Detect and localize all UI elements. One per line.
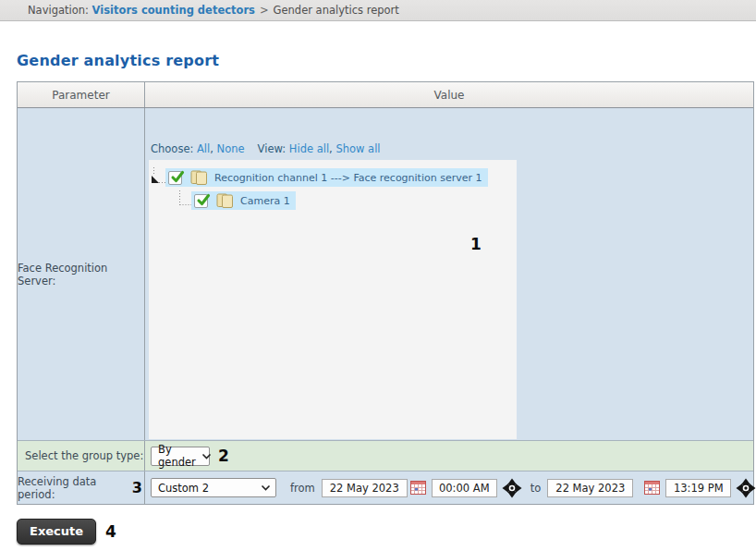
group-type-label: Select the group type: [18,441,145,471]
folder-icon [190,170,208,185]
tree-node-label[interactable]: Camera 1 [240,195,290,207]
breadcrumb-current: Gender analytics report [274,4,399,17]
calendar-icon[interactable] [644,481,660,495]
from-time-input[interactable] [432,479,497,497]
choose-all-link[interactable]: All [197,142,210,155]
annotation-4: 4 [105,522,116,541]
breadcrumb-link-visitors-counting[interactable]: Visitors counting detectors [92,4,255,17]
tree-node-camera: Camera 1 [177,190,517,211]
to-date-input[interactable] [547,479,633,497]
view-label: View: [258,142,287,155]
table-header-row: Parameter Value [18,82,753,108]
tree-node-label[interactable]: Recognition channel 1 ---> Face recognit… [214,172,482,184]
execute-row: Execute 4 [17,519,756,545]
row-server-label: Face Recognition Server: [18,108,145,440]
checkbox-checked-icon[interactable] [168,171,182,185]
tree-toolbar: Choose: All, NoneView: Hide all, Show al… [151,142,381,155]
checkbox-checked-icon[interactable] [194,194,208,208]
page-title: Gender analytics report [17,52,756,69]
folder-icon [216,193,234,208]
chevron-down-icon [261,484,271,491]
chevron-down-icon [201,453,212,459]
to-label: to [530,482,542,495]
period-preset-select[interactable]: Custom 2 [151,478,276,497]
compass-move-icon[interactable] [502,478,522,498]
hide-all-link[interactable]: Hide all [289,142,329,155]
compass-move-icon[interactable] [736,478,756,498]
annotation-1: 1 [470,235,482,253]
row-group-type: Select the group type: By gender 2 [18,441,753,471]
breadcrumb-separator: > [255,4,274,17]
from-label: from [290,482,315,495]
tree-node-recognition-channel: Recognition channel 1 ---> Face recognit… [151,167,517,188]
parameters-table: Parameter Value Face Recognition Server:… [17,81,754,505]
row-receiving-period: Receiving data period: 3 Custom 2 from [18,471,753,504]
tree-node-row[interactable]: Camera 1 [191,191,296,210]
to-time-input[interactable] [665,479,731,497]
period-label: Receiving data period: [18,475,129,501]
tree-node-row[interactable]: Recognition channel 1 ---> Face recognit… [165,168,488,187]
breadcrumb-prefix: Navigation: [28,4,92,17]
group-type-select[interactable]: By gender [151,447,210,466]
execute-button[interactable]: Execute [17,519,96,545]
tree-expander-icon[interactable] [151,167,165,188]
breadcrumb-bar: Navigation: Visitors counting detectors>… [0,0,756,21]
period-preset-selected-value: Custom 2 [158,482,209,495]
choose-label: Choose: [151,142,193,155]
column-header-value: Value [145,82,753,107]
choose-none-link[interactable]: None [217,142,245,155]
column-header-parameter: Parameter [18,82,145,107]
annotation-3: 3 [132,479,142,496]
annotation-2: 2 [218,447,229,465]
group-type-selected-value: By gender [158,443,196,469]
calendar-icon[interactable] [410,481,426,495]
server-tree-panel: Recognition channel 1 ---> Face recognit… [149,160,517,439]
row-face-recognition-server: Face Recognition Server: Choose: All, No… [18,108,753,441]
tree-connector-icon [177,190,191,211]
show-all-link[interactable]: Show all [335,142,380,155]
from-date-input[interactable] [322,479,408,497]
